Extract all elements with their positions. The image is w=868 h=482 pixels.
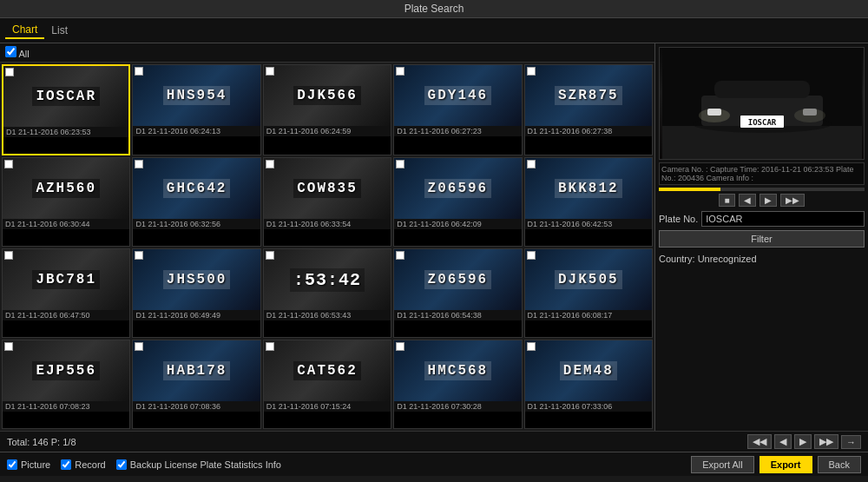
- tab-bar: Chart List: [0, 18, 868, 43]
- transport-stop[interactable]: ■: [719, 194, 734, 207]
- item-timestamp: D1 21-11-2016 06:23:53: [3, 127, 128, 137]
- svg-rect-4: [714, 81, 810, 98]
- progress-fill: [659, 188, 720, 191]
- item-timestamp: D1 21-11-2016 06:42:09: [394, 219, 521, 229]
- item-checkbox[interactable]: [5, 68, 14, 76]
- item-timestamp: D1 21-11-2016 06:32:56: [133, 219, 260, 229]
- item-timestamp: D1 21-11-2016 07:33:06: [525, 401, 652, 412]
- grid-item[interactable]: GHC642 D1 21-11-2016 06:32:56: [132, 157, 260, 247]
- tab-chart[interactable]: Chart: [5, 22, 44, 39]
- grid-item[interactable]: Z06596 D1 21-11-2016 06:54:38: [393, 248, 522, 338]
- item-checkbox[interactable]: [527, 251, 536, 260]
- item-checkbox[interactable]: [396, 251, 404, 260]
- preview-car: IOSCAR: [660, 48, 864, 159]
- back-button[interactable]: Back: [818, 456, 861, 473]
- backup-check-label[interactable]: Backup License Plate Statistics Info: [116, 459, 281, 470]
- page-prev[interactable]: ◀: [774, 434, 792, 449]
- item-checkbox[interactable]: [527, 67, 536, 76]
- grid-item[interactable]: EJP556 D1 21-11-2016 07:08:23: [2, 340, 130, 429]
- grid-item[interactable]: :53:42 D1 21-11-2016 06:53:43: [263, 248, 391, 338]
- tab-list[interactable]: List: [44, 23, 75, 38]
- item-timestamp: D1 21-11-2016 06:27:38: [525, 126, 652, 136]
- item-timestamp: D1 21-11-2016 06:53:43: [264, 310, 391, 320]
- grid-item[interactable]: DJK505 D1 21-11-2016 06:08:17: [524, 248, 653, 338]
- plate-no-input[interactable]: [701, 211, 865, 227]
- all-checkbox-label[interactable]: All: [5, 49, 30, 59]
- item-timestamp: D1 21-11-2016 06:54:38: [394, 310, 521, 320]
- record-check-label[interactable]: Record: [61, 459, 105, 470]
- item-checkbox[interactable]: [135, 160, 143, 168]
- item-checkbox[interactable]: [527, 160, 536, 168]
- plate-no-row: Plate No.: [659, 211, 865, 227]
- bottom-checkboxes: Picture Record Backup License Plate Stat…: [7, 459, 281, 470]
- bottom-bar: Picture Record Backup License Plate Stat…: [0, 452, 868, 476]
- country-info: Country: Unrecognized: [659, 252, 865, 266]
- left-panel: All IOSCAR D1 21-11-2016 06:23:53 HNS954…: [0, 43, 655, 431]
- item-timestamp: D1 21-11-2016 06:24:13: [133, 126, 260, 136]
- svg-rect-8: [803, 109, 817, 116]
- grid-item[interactable]: DJK566 D1 21-11-2016 06:24:59: [263, 64, 391, 155]
- item-timestamp: D1 21-11-2016 07:15:24: [264, 401, 391, 412]
- item-checkbox[interactable]: [135, 67, 143, 76]
- title-bar: Plate Search: [0, 0, 868, 18]
- filter-button[interactable]: Filter: [659, 230, 865, 248]
- grid-item[interactable]: HMC568 D1 21-11-2016 07:30:28: [393, 340, 522, 429]
- item-timestamp: D1 21-11-2016 06:49:49: [133, 310, 260, 320]
- item-timestamp: D1 21-11-2016 06:24:59: [264, 126, 391, 136]
- svg-text:IOSCAR: IOSCAR: [747, 118, 776, 127]
- item-checkbox[interactable]: [266, 342, 274, 351]
- page-last[interactable]: ▶▶: [814, 434, 838, 449]
- page-first[interactable]: ◀◀: [747, 434, 772, 449]
- grid-item[interactable]: HAB178 D1 21-11-2016 07:08:36: [132, 340, 260, 429]
- transport-next[interactable]: ▶: [760, 194, 777, 207]
- transport-prev[interactable]: ◀: [739, 194, 756, 207]
- all-checkbox[interactable]: [5, 46, 16, 57]
- progress-bar[interactable]: [659, 188, 865, 191]
- capture-info: Camera No. : Capture Time: 2016-11-21 06…: [659, 162, 865, 185]
- picture-check-label[interactable]: Picture: [7, 459, 50, 470]
- backup-checkbox[interactable]: [116, 459, 127, 470]
- grid-item[interactable]: JHS500 D1 21-11-2016 06:49:49: [132, 248, 260, 338]
- export-button[interactable]: Export: [760, 456, 812, 473]
- item-checkbox[interactable]: [266, 67, 274, 76]
- grid-item[interactable]: GDY146 D1 21-11-2016 06:27:23: [393, 64, 522, 155]
- grid-item[interactable]: CAT562 D1 21-11-2016 07:15:24: [263, 340, 391, 429]
- car-preview-svg: IOSCAR: [662, 48, 862, 159]
- grid-item[interactable]: JBC781 D1 21-11-2016 06:47:50: [2, 248, 130, 338]
- item-timestamp: D1 21-11-2016 06:47:50: [3, 310, 129, 320]
- grid-item[interactable]: AZH560 D1 21-11-2016 06:30:44: [2, 157, 130, 247]
- item-checkbox[interactable]: [266, 160, 274, 168]
- item-checkbox[interactable]: [396, 67, 404, 76]
- item-checkbox[interactable]: [4, 251, 13, 260]
- grid-item[interactable]: Z06596 D1 21-11-2016 06:42:09: [393, 157, 522, 247]
- all-row: All: [0, 43, 654, 63]
- page-arrow[interactable]: →: [841, 435, 861, 449]
- item-checkbox[interactable]: [396, 160, 404, 168]
- grid-item[interactable]: COW835 D1 21-11-2016 06:33:54: [263, 157, 391, 247]
- grid-item[interactable]: DEM48 D1 21-11-2016 07:33:06: [524, 340, 653, 429]
- transport-controls: ■ ◀ ▶ ▶▶: [659, 194, 865, 207]
- item-checkbox[interactable]: [396, 342, 404, 351]
- record-checkbox[interactable]: [61, 459, 71, 470]
- page-title: Plate Search: [404, 3, 464, 15]
- grid-item[interactable]: IOSCAR D1 21-11-2016 06:23:53: [2, 64, 130, 155]
- grid-item[interactable]: HNS954 D1 21-11-2016 06:24:13: [132, 64, 260, 155]
- item-timestamp: D1 21-11-2016 06:42:53: [525, 219, 652, 229]
- thumbnail-grid: IOSCAR D1 21-11-2016 06:23:53 HNS954 D1 …: [0, 63, 654, 431]
- item-checkbox[interactable]: [266, 251, 274, 260]
- item-checkbox[interactable]: [4, 342, 13, 351]
- export-all-button[interactable]: Export All: [691, 456, 753, 473]
- picture-checkbox[interactable]: [7, 459, 17, 470]
- page-next[interactable]: ▶: [794, 434, 812, 449]
- item-checkbox[interactable]: [135, 251, 143, 260]
- item-timestamp: D1 21-11-2016 07:30:28: [394, 401, 521, 412]
- transport-fast[interactable]: ▶▶: [780, 194, 805, 207]
- grid-item[interactable]: SZR875 D1 21-11-2016 06:27:38: [524, 64, 653, 155]
- item-checkbox[interactable]: [135, 342, 143, 351]
- item-checkbox[interactable]: [4, 160, 13, 168]
- item-checkbox[interactable]: [527, 342, 536, 351]
- page-controls: ◀◀ ◀ ▶ ▶▶ →: [747, 434, 861, 449]
- item-timestamp: D1 21-11-2016 06:08:17: [525, 310, 652, 320]
- grid-item[interactable]: BKK812 D1 21-11-2016 06:42:53: [524, 157, 653, 247]
- pagination-bar: Total: 146 P: 1/8 ◀◀ ◀ ▶ ▶▶ →: [0, 431, 868, 452]
